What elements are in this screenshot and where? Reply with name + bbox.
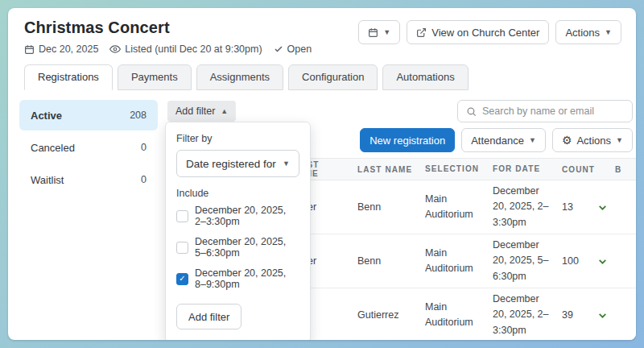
checkbox-unchecked-icon[interactable]	[176, 210, 188, 222]
tab-bar: RegistrationsPaymentsAssignmentsConfigur…	[8, 64, 636, 90]
tab-payments[interactable]: Payments	[118, 64, 192, 90]
calendar-dropdown-button[interactable]: ▼	[358, 20, 400, 44]
page-header-actions: ▼ View on Church Center Actions ▼	[358, 20, 621, 44]
search-box[interactable]	[457, 100, 633, 122]
cell-expand	[597, 202, 615, 213]
cell-expand	[597, 256, 615, 267]
sidebar-item-count: 0	[141, 142, 147, 153]
page-body: Active208Canceled0Waitlist0 Add filter ▲…	[8, 90, 636, 340]
sidebar-item-label: Waitlist	[31, 174, 64, 186]
cell-count: 13	[562, 201, 597, 213]
page-header-left: Christmas Concert Dec 20, 2025 Listed (u…	[24, 19, 312, 55]
tab-assignments[interactable]: Assignments	[196, 64, 283, 90]
event-page-card: Christmas Concert Dec 20, 2025 Listed (u…	[8, 8, 636, 340]
check-icon	[274, 44, 283, 54]
col-header-last-name: LAST NAME	[357, 165, 425, 174]
checkbox-checked-icon[interactable]: ✓	[176, 273, 188, 285]
filter-popover: Filter by Date registered for ▼ Include …	[165, 122, 311, 340]
cell-selection: Main Auditorium	[425, 300, 493, 331]
cell-count: 39	[562, 309, 597, 321]
view-on-church-center-button[interactable]: View on Church Center	[407, 20, 549, 44]
page-header: Christmas Concert Dec 20, 2025 Listed (u…	[8, 8, 636, 55]
tab-configuration[interactable]: Configuration	[288, 64, 378, 90]
search-icon	[466, 106, 477, 117]
filter-option-label: December 20, 2025, 8–9:30pm	[195, 267, 299, 290]
cell-selection: Main Auditorium	[425, 192, 493, 223]
filter-option-label: December 20, 2025, 5–6:30pm	[195, 236, 299, 259]
chevron-down-icon[interactable]	[597, 310, 608, 321]
eye-icon	[109, 44, 121, 55]
cell-last-name: Benn	[357, 255, 425, 267]
filter-option[interactable]: December 20, 2025, 5–6:30pm	[176, 236, 299, 259]
event-date: Dec 20, 2025	[24, 44, 98, 55]
filter-toolbar: Add filter ▲ Filter by Date registered f…	[167, 100, 636, 122]
calendar-icon	[368, 27, 378, 38]
search-input[interactable]	[482, 106, 624, 117]
add-filter-button[interactable]: Add filter ▲	[167, 101, 236, 122]
cell-for-date: December 20, 2025, 5–6:30pm	[493, 238, 562, 284]
cell-expand	[597, 310, 615, 321]
cell-for-date: December 20, 2025, 2–3:30pm	[493, 292, 562, 338]
caret-down-icon: ▼	[283, 160, 290, 168]
attendance-button[interactable]: Attendance ▼	[461, 128, 546, 152]
filter-type-select[interactable]: Date registered for ▼	[176, 150, 299, 177]
apply-filter-button[interactable]: Add filter	[176, 304, 242, 329]
registrations-panel: Add filter ▲ Filter by Date registered f…	[167, 100, 636, 340]
tab-automations[interactable]: Automations	[382, 64, 468, 90]
page-title: Christmas Concert	[24, 19, 312, 37]
sidebar-item-count: 208	[130, 110, 147, 121]
event-status: Open	[274, 44, 312, 55]
sidebar-item-label: Active	[31, 110, 62, 122]
col-header-for-date: FOR DATE	[493, 163, 562, 176]
filter-options: December 20, 2025, 2–3:30pmDecember 20, …	[176, 205, 299, 290]
checkbox-unchecked-icon[interactable]	[176, 242, 188, 254]
cell-last-name: Gutierrez	[357, 309, 425, 321]
cell-for-date: December 20, 2025, 2–3:30pm	[493, 184, 562, 230]
event-meta: Dec 20, 2025 Listed (until Dec 20 at 9:3…	[24, 44, 312, 55]
caret-up-icon: ▲	[221, 108, 228, 115]
caret-down-icon: ▼	[529, 137, 536, 144]
caret-down-icon: ▼	[605, 29, 612, 36]
filter-option[interactable]: December 20, 2025, 2–3:30pm	[176, 205, 299, 227]
sidebar-item-canceled[interactable]: Canceled0	[19, 132, 158, 163]
sidebar-item-count: 0	[141, 174, 147, 185]
sidebar-item-active[interactable]: Active208	[19, 100, 158, 130]
event-visibility: Listed (until Dec 20 at 9:30pm)	[109, 44, 262, 55]
caret-down-icon: ▼	[383, 29, 390, 36]
filter-option[interactable]: ✓December 20, 2025, 8–9:30pm	[176, 267, 299, 290]
gear-icon: ⚙	[562, 135, 572, 146]
caret-down-icon: ▼	[616, 137, 623, 144]
col-header-balance: B	[615, 165, 636, 174]
chevron-down-icon[interactable]	[597, 256, 608, 267]
header-actions-button[interactable]: Actions ▼	[555, 20, 621, 44]
registration-status-sidebar: Active208Canceled0Waitlist0	[19, 100, 158, 197]
cell-count: 100	[562, 255, 597, 267]
col-header-selection: SELECTION	[425, 163, 493, 176]
include-label: Include	[176, 188, 299, 199]
col-header-count: COUNT	[562, 165, 597, 174]
chevron-down-icon[interactable]	[597, 202, 608, 213]
table-actions-button[interactable]: ⚙ Actions ▼	[552, 128, 633, 152]
sidebar-item-waitlist[interactable]: Waitlist0	[19, 164, 158, 195]
cell-last-name: Benn	[357, 201, 425, 213]
tab-registrations[interactable]: Registrations	[24, 64, 113, 90]
cell-selection: Main Auditorium	[425, 246, 493, 277]
calendar-icon	[24, 44, 35, 55]
filter-anchor: Add filter ▲ Filter by Date registered f…	[167, 101, 236, 122]
external-link-icon	[416, 27, 427, 38]
filter-option-label: December 20, 2025, 2–3:30pm	[195, 205, 299, 227]
filter-by-label: Filter by	[176, 133, 299, 144]
sidebar-item-label: Canceled	[31, 142, 75, 154]
new-registration-button[interactable]: New registration	[360, 128, 455, 152]
